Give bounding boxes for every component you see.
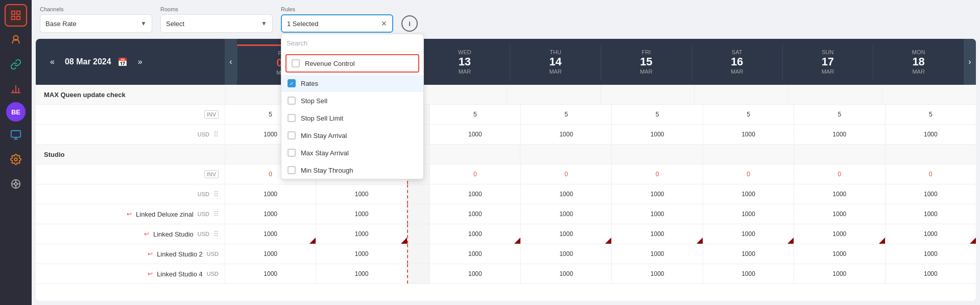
cell-ls-sat[interactable]: 1000 [316,224,407,244]
cell-ls2-sat[interactable]: 1000 [316,244,407,264]
cell-ls4-fri[interactable]: 1000 [225,264,316,284]
cell-5-sat2[interactable]: 5 [703,105,794,124]
drag-icon-deluxe[interactable]: ⠿ [213,210,219,218]
rooms-select[interactable]: Select ▼ [160,14,273,33]
sidebar-item-graph[interactable] [5,78,27,100]
cell-studio-1000-wed[interactable]: 1000 [429,184,520,204]
cell-ls-wed[interactable]: 1000 [429,224,520,244]
rules-select[interactable]: 1 Selected ✕ [281,14,393,33]
cell-0-thu[interactable]: 0 [520,165,611,184]
scroll-left-button[interactable]: ‹ [225,39,237,85]
cell-5-thu[interactable]: 5 [520,105,611,124]
cell-ls4-fri2[interactable]: 1000 [611,264,702,284]
drag-icon-linked-studio[interactable]: ⠿ [213,230,219,238]
cell-0-wed[interactable]: 0 [429,165,520,184]
rules-close-icon[interactable]: ✕ [381,19,387,28]
cell-1000-wed[interactable]: 1000 [429,125,520,144]
cell-1000-sun[interactable]: 1000 [794,125,885,144]
cell-ls2-thu[interactable]: 1000 [520,244,611,264]
min-stay-through-checkbox[interactable] [288,166,296,174]
sidebar-item-monitor[interactable] [5,124,27,146]
calendar-icon[interactable]: 📅 [117,57,128,67]
cell[interactable] [694,85,788,104]
dropdown-item-min-stay-through[interactable]: Min Stay Through [281,161,423,179]
cell-ls2-fri2[interactable]: 1000 [611,244,702,264]
cell-ls2-mon[interactable]: 1000 [885,244,976,264]
cell-studio-1000-sat[interactable]: 1000 [316,184,407,204]
cell-ls2-fri[interactable]: 1000 [225,244,316,264]
cell-ls4-thu[interactable]: 1000 [520,264,611,284]
cell[interactable] [601,85,695,104]
cell-deluxe-wed[interactable]: 1000 [429,204,520,224]
sidebar-item-be[interactable]: BE [6,102,26,122]
cell-5-wed[interactable]: 5 [429,105,520,124]
stop-sell-checkbox[interactable] [288,97,296,105]
cell-studio-1000-fri[interactable]: 1000 [225,184,316,204]
cell[interactable] [882,85,976,104]
cell-deluxe-fri[interactable]: 1000 [225,204,316,224]
cell-deluxe-mon[interactable]: 1000 [885,204,976,224]
cell-ls-mon[interactable]: 1000 [885,224,976,244]
cell-5-sun[interactable]: 5 [794,105,885,124]
dropdown-item-max-stay-arrival[interactable]: Max Stay Arrival [281,144,423,161]
cell-5-fri2[interactable]: 5 [611,105,702,124]
cell-studio-1000-fri2[interactable]: 1000 [611,184,702,204]
cell-ls4-sat[interactable]: 1000 [316,264,407,284]
cell-ls-sun[interactable]: 1000 [794,224,885,244]
dropdown-item-min-stay-arrival[interactable]: Min Stay Arrival [281,127,423,144]
cell-ls4-sat2[interactable]: 1000 [703,264,794,284]
cell-studio-1000-sat2[interactable]: 1000 [703,184,794,204]
rates-checkbox[interactable]: ✓ [288,79,296,87]
stop-sell-limit-checkbox[interactable] [288,114,296,122]
cell-ls4-sun[interactable]: 1000 [794,264,885,284]
revenue-control-checkbox[interactable] [292,59,300,67]
cell-1000-sat2[interactable]: 1000 [703,125,794,144]
cell-1000-fri2[interactable]: 1000 [611,125,702,144]
cell-ls2-sun[interactable]: 1000 [794,244,885,264]
cell-ls-sat2[interactable]: 1000 [703,224,794,244]
sidebar-item-grid[interactable] [5,4,27,27]
sidebar-item-link[interactable] [5,53,27,76]
cell-ls-fri2[interactable]: 1000 [611,224,702,244]
sidebar-item-chef[interactable] [5,29,27,51]
cell[interactable] [788,85,882,104]
cell-studio-1000-thu[interactable]: 1000 [520,184,611,204]
info-button[interactable]: i [401,15,418,32]
cell-studio-1000-mon[interactable]: 1000 [885,184,976,204]
dropdown-item-revenue-control[interactable]: Revenue Control [285,54,419,73]
cell-1000-thu[interactable]: 1000 [520,125,611,144]
cell-ls2-wed[interactable]: 1000 [429,244,520,264]
cell-0-sat2[interactable]: 0 [703,165,794,184]
sidebar-item-hub[interactable] [5,173,27,195]
cell-5-mon[interactable]: 5 [885,105,976,124]
cell-ls4-mon[interactable]: 1000 [885,264,976,284]
scroll-right-button[interactable]: › [964,39,976,85]
cell-deluxe-sun[interactable]: 1000 [794,204,885,224]
cell-ls-thu[interactable]: 1000 [520,224,611,244]
dropdown-item-stop-sell[interactable]: Stop Sell [281,92,423,109]
drag-icon-studio[interactable]: ⠿ [213,190,219,198]
cell[interactable] [507,85,601,104]
dropdown-item-stop-sell-limit[interactable]: Stop Sell Limit [281,109,423,127]
dropdown-item-rates[interactable]: ✓ Rates [281,75,423,92]
cell-1000-mon[interactable]: 1000 [885,125,976,144]
dropdown-search-input[interactable] [286,39,418,47]
cell-deluxe-sat2[interactable]: 1000 [703,204,794,224]
drag-icon[interactable]: ⠿ [213,130,219,138]
max-stay-arrival-checkbox[interactable] [288,149,296,157]
prev-month-button[interactable]: « [46,55,59,68]
cell-0-sun[interactable]: 0 [794,165,885,184]
cell-0-fri2[interactable]: 0 [611,165,702,184]
sidebar-item-settings[interactable] [5,148,27,171]
cell-0-mon[interactable]: 0 [885,165,976,184]
cell-studio-1000-sun[interactable]: 1000 [794,184,885,204]
cell-ls2-sat2[interactable]: 1000 [703,244,794,264]
cell-deluxe-thu[interactable]: 1000 [520,204,611,224]
cell[interactable] [413,85,507,104]
channels-select[interactable]: Base Rate ▼ [40,14,152,33]
min-stay-arrival-checkbox[interactable] [288,131,296,139]
next-month-button[interactable]: » [134,55,147,68]
cell-ls-fri[interactable]: 1000 [225,224,316,244]
cell-deluxe-sat[interactable]: 1000 [316,204,407,224]
cell-deluxe-fri2[interactable]: 1000 [611,204,702,224]
